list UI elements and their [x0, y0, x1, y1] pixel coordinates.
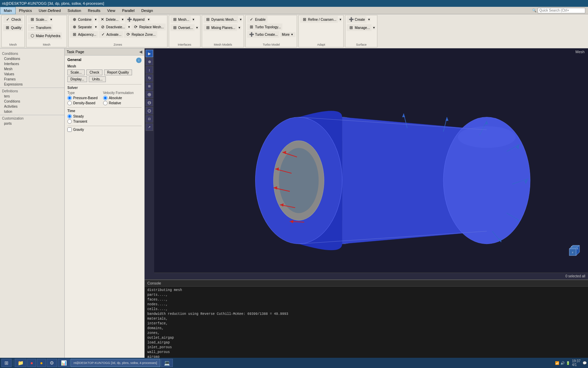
- sidebar-item-customization[interactable]: Customization: [0, 116, 64, 121]
- sidebar-item-values[interactable]: Values: [0, 72, 64, 77]
- file-explorer-button[interactable]: 📁: [15, 359, 27, 367]
- sidebar-item-expressions[interactable]: Expressions: [0, 82, 64, 87]
- relative-option[interactable]: Relative: [103, 101, 134, 105]
- turbo-more-arrow[interactable]: ▼: [290, 33, 294, 36]
- taskbar-yellow-button[interactable]: ●: [37, 359, 46, 367]
- absolute-radio[interactable]: [103, 96, 108, 100]
- viewport-canvas[interactable]: Z X Y: [154, 48, 588, 269]
- taskbar-gear-button[interactable]: ⚙: [47, 359, 57, 367]
- density-based-radio[interactable]: [67, 101, 72, 105]
- turbo-enable-button[interactable]: ✓ Enable: [247, 16, 267, 23]
- start-button[interactable]: ⊞: [1, 359, 12, 367]
- taskbar-red-button[interactable]: ●: [27, 359, 36, 367]
- sidebar-item-interfaces[interactable]: Interfaces: [0, 61, 64, 66]
- overset-arrow[interactable]: ▼: [195, 26, 199, 30]
- sidebar-item-activities[interactable]: Activities: [0, 104, 64, 109]
- check-panel-button[interactable]: Check: [86, 70, 102, 75]
- transient-radio[interactable]: [67, 119, 72, 124]
- check-button[interactable]: ✓ Check: [3, 16, 22, 23]
- menu-main[interactable]: Main: [0, 7, 16, 14]
- sidebar-item-solution[interactable]: lution: [0, 109, 64, 114]
- pressure-based-option[interactable]: Pressure-Based: [67, 96, 98, 100]
- sidebar-item-conditions3[interactable]: Conditions: [0, 99, 64, 104]
- taskbar-monitor-button[interactable]: 💻: [161, 359, 173, 367]
- refine-coarsen-button[interactable]: ⊞ Refine / Coarsen...: [300, 16, 338, 23]
- turbo-topology-button[interactable]: ⊞ Turbo Topology...: [247, 24, 282, 30]
- pressure-based-radio[interactable]: [67, 96, 72, 100]
- absolute-option[interactable]: Absolute: [103, 96, 134, 100]
- sidebar-item-conditions1[interactable]: Conditions: [0, 48, 64, 56]
- manage-surface-arrow[interactable]: ▼: [372, 26, 376, 30]
- delete-button[interactable]: ✕ Delete...: [98, 16, 120, 23]
- quality-button[interactable]: ⊞ Quality: [3, 24, 23, 31]
- sidebar-item-conditions2[interactable]: Conditions: [0, 56, 64, 61]
- dynamic-mesh-button[interactable]: ⊞ Dynamic Mesh...: [203, 16, 238, 23]
- info-icon[interactable]: i: [136, 58, 142, 63]
- combine-arrow[interactable]: ▼: [94, 18, 97, 21]
- replace-zone-button[interactable]: ⟳ Replace Zone...: [124, 31, 158, 38]
- mesh-interfaces-button[interactable]: ⊞ Mesh...: [170, 16, 191, 23]
- menu-view[interactable]: View: [104, 7, 119, 14]
- scale-button[interactable]: ⊞ Scale...: [28, 16, 49, 23]
- vp-select-button[interactable]: ▶: [146, 50, 153, 57]
- gravity-option[interactable]: Gravity: [67, 127, 142, 132]
- vp-zoom-in-button[interactable]: ⊕: [146, 58, 153, 65]
- task-pane-close-button[interactable]: ◀: [139, 49, 142, 54]
- vp-zoom-area-button[interactable]: ⊕: [146, 91, 153, 98]
- console-content[interactable]: distributing mesh parts...., faces...., …: [145, 287, 588, 368]
- vp-box-zoom-button[interactable]: ⊡: [146, 115, 153, 123]
- menu-physics[interactable]: Physics: [16, 7, 35, 14]
- transform-button[interactable]: ↔ Transform: [28, 24, 53, 31]
- make-polyhedra-button[interactable]: ⬡ Make Polyhedra: [28, 32, 62, 39]
- vp-zoom-out-button[interactable]: ⊖: [146, 99, 153, 106]
- quick-search-input[interactable]: [538, 8, 585, 13]
- activate-button[interactable]: ✓ Activate...: [99, 31, 123, 38]
- menu-design[interactable]: Design: [138, 7, 156, 14]
- fluent-window-button[interactable]: nt@DESKTOP-KUN7OGG [3d, dp, pbns, sstkw,…: [70, 359, 160, 367]
- notification-icon[interactable]: 💬: [583, 361, 587, 365]
- replace-mesh-button[interactable]: ⟳ Replace Mesh...: [131, 24, 165, 30]
- vp-rotate-button[interactable]: ↕: [146, 66, 153, 74]
- separate-arrow[interactable]: ▼: [94, 25, 98, 29]
- manage-surface-button[interactable]: ⊞ Manage...: [347, 24, 371, 31]
- delete-arrow[interactable]: ▼: [121, 18, 124, 21]
- units-button[interactable]: Units...: [89, 76, 105, 82]
- combine-button[interactable]: ⊕ Combine: [70, 16, 93, 23]
- menu-results[interactable]: Results: [84, 7, 104, 14]
- gravity-checkbox[interactable]: [67, 127, 72, 132]
- steady-radio[interactable]: [67, 114, 72, 119]
- sidebar-item-frames[interactable]: Frames: [0, 77, 64, 82]
- density-based-option[interactable]: Density-Based: [67, 101, 98, 105]
- separate-button[interactable]: ⊗ Separate: [70, 24, 94, 30]
- scale-panel-button[interactable]: Scale...: [67, 70, 85, 75]
- vp-reset-button[interactable]: ⊙: [146, 107, 153, 114]
- refine-arrow[interactable]: ▼: [339, 18, 342, 21]
- scale-arrow[interactable]: ▼: [49, 18, 53, 21]
- menu-solution[interactable]: Solution: [64, 7, 85, 14]
- deactivate-arrow[interactable]: ▼: [127, 25, 131, 29]
- display-button[interactable]: Display...: [67, 76, 87, 82]
- deactivate-button[interactable]: ⊘ Deactivate...: [98, 24, 127, 30]
- mixing-planes-button[interactable]: ⊞ Mixing Planes...: [203, 24, 237, 31]
- mesh-interfaces-arrow[interactable]: ▼: [192, 18, 195, 21]
- sidebar-item-imports[interactable]: ports: [0, 121, 64, 126]
- relative-radio[interactable]: [103, 101, 108, 105]
- append-arrow[interactable]: ▼: [147, 18, 150, 21]
- report-quality-button[interactable]: Report Quality: [104, 70, 132, 75]
- menu-parallel[interactable]: Parallel: [119, 7, 138, 14]
- taskbar-chart-button[interactable]: 📊: [58, 359, 70, 367]
- sidebar-item-definitions[interactable]: Definitions: [0, 89, 64, 94]
- sidebar-item-mesh[interactable]: Mesh: [0, 66, 64, 72]
- vp-fit-all-button[interactable]: ⊞: [146, 82, 153, 90]
- vp-nav-button[interactable]: ↗: [146, 123, 153, 131]
- vp-pan-button[interactable]: ↻: [146, 74, 153, 82]
- create-surface-button[interactable]: ➕ Create: [347, 16, 366, 23]
- transient-option[interactable]: Transient: [67, 119, 142, 124]
- mixing-planes-arrow[interactable]: ▼: [238, 26, 241, 30]
- nav-cube[interactable]: Z X Y: [568, 242, 585, 259]
- adjacency-button[interactable]: ⊞ Adjacency...: [70, 31, 98, 38]
- turbo-more-button[interactable]: More ▼: [280, 32, 295, 37]
- steady-option[interactable]: Steady: [67, 114, 142, 119]
- overset-button[interactable]: ⊞ Overset...: [170, 24, 195, 31]
- create-surface-arrow[interactable]: ▼: [367, 18, 371, 21]
